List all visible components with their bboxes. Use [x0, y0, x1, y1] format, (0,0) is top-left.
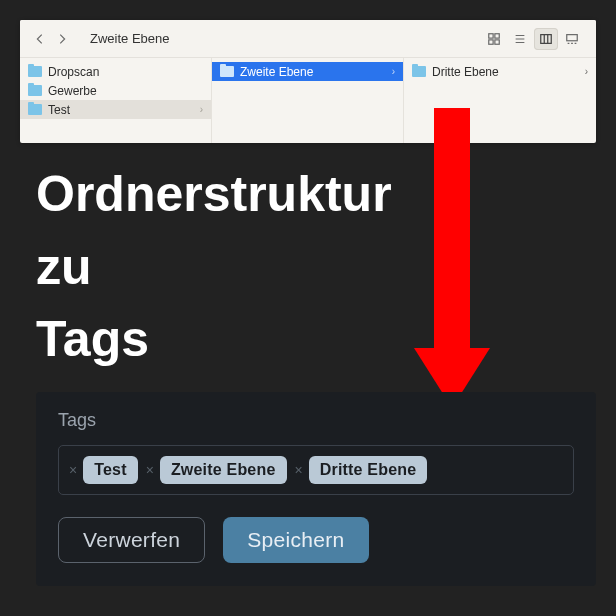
headline-line: Ordnerstruktur	[36, 158, 392, 231]
svg-rect-0	[489, 33, 493, 37]
tag: ×Zweite Ebene	[146, 456, 287, 484]
arrow-icon	[414, 108, 490, 408]
chevron-right-icon: ›	[392, 66, 395, 77]
button-row: Verwerfen Speichern	[58, 517, 574, 563]
finder-window: Zweite Ebene DropscanGewerbeTest› Zweite…	[20, 20, 596, 143]
folder-row[interactable]: Dropscan	[20, 62, 211, 81]
svg-rect-7	[541, 34, 552, 43]
view-icons-button[interactable]	[482, 28, 506, 50]
folder-row[interactable]: Test›	[20, 100, 211, 119]
folder-icon	[28, 85, 42, 96]
svg-rect-1	[495, 33, 499, 37]
folder-row[interactable]: Zweite Ebene›	[212, 62, 403, 81]
finder-columns: DropscanGewerbeTest› Zweite Ebene› Dritt…	[20, 58, 596, 143]
headline-line: zu	[36, 231, 392, 304]
svg-rect-3	[495, 39, 499, 43]
view-list-button[interactable]	[508, 28, 532, 50]
svg-rect-2	[489, 39, 493, 43]
remove-tag-icon[interactable]: ×	[69, 463, 77, 477]
folder-label: Test	[48, 103, 70, 117]
tags-title: Tags	[58, 410, 574, 431]
finder-column-2[interactable]: Dritte Ebene›	[404, 58, 596, 143]
headline-line: Tags	[36, 303, 392, 376]
remove-tag-icon[interactable]: ×	[295, 463, 303, 477]
folder-label: Zweite Ebene	[240, 65, 313, 79]
folder-row[interactable]: Gewerbe	[20, 81, 211, 100]
finder-toolbar: Zweite Ebene	[20, 20, 596, 58]
view-gallery-button[interactable]	[560, 28, 584, 50]
nav-buttons	[30, 28, 72, 50]
folder-icon	[412, 66, 426, 77]
view-switcher	[480, 26, 586, 52]
tags-panel: Tags ×Test×Zweite Ebene×Dritte Ebene Ver…	[36, 392, 596, 586]
headline: Ordnerstruktur zu Tags	[36, 158, 392, 376]
finder-column-1[interactable]: Zweite Ebene›	[212, 58, 404, 143]
back-button[interactable]	[30, 28, 50, 50]
folder-label: Dritte Ebene	[432, 65, 499, 79]
remove-tag-icon[interactable]: ×	[146, 463, 154, 477]
tag-label[interactable]: Zweite Ebene	[160, 456, 287, 484]
folder-row[interactable]: Dritte Ebene›	[404, 62, 596, 81]
finder-column-0[interactable]: DropscanGewerbeTest›	[20, 58, 212, 143]
tag: ×Dritte Ebene	[295, 456, 428, 484]
chevron-right-icon: ›	[200, 104, 203, 115]
folder-icon	[28, 66, 42, 77]
chevron-right-icon: ›	[585, 66, 588, 77]
tag-label[interactable]: Test	[83, 456, 138, 484]
folder-label: Dropscan	[48, 65, 99, 79]
tag-label[interactable]: Dritte Ebene	[309, 456, 428, 484]
save-button[interactable]: Speichern	[223, 517, 368, 563]
tag: ×Test	[69, 456, 138, 484]
folder-label: Gewerbe	[48, 84, 97, 98]
folder-icon	[28, 104, 42, 115]
breadcrumb: Zweite Ebene	[90, 31, 170, 46]
forward-button[interactable]	[52, 28, 72, 50]
tags-input[interactable]: ×Test×Zweite Ebene×Dritte Ebene	[58, 445, 574, 495]
svg-rect-14	[434, 108, 470, 358]
folder-icon	[220, 66, 234, 77]
svg-rect-10	[567, 34, 578, 40]
view-columns-button[interactable]	[534, 28, 558, 50]
cancel-button[interactable]: Verwerfen	[58, 517, 205, 563]
